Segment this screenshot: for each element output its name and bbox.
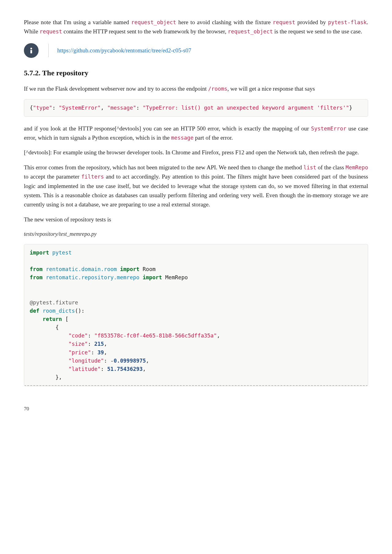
inline-code: /rooms	[208, 86, 228, 92]
code-caption: tests/repository/test_memrepo.py	[24, 230, 368, 239]
paragraph: This error comes from the repository, wh…	[24, 163, 368, 209]
text: and if you look at the HTTP response[^de…	[24, 125, 311, 132]
inline-code: request_object	[131, 19, 176, 25]
paragraph: and if you look at the HTTP response[^de…	[24, 124, 368, 143]
text: to accept the parameter	[24, 173, 81, 180]
text: contains the HTTP request sent to the we…	[62, 28, 228, 35]
text: If we run the Flask development webserve…	[24, 85, 208, 92]
page-number: 70	[24, 405, 368, 413]
text: This error comes from the repository, wh…	[24, 164, 303, 171]
code-block-json-error: {"type": "SystemError", "message": "Type…	[24, 99, 368, 117]
text: , we will get a nice response that says	[228, 85, 315, 92]
text: part of the error.	[194, 134, 233, 141]
paragraph: If we run the Flask development webserve…	[24, 84, 368, 93]
svg-rect-1	[30, 50, 32, 53]
inline-code: list	[303, 164, 316, 171]
code-listing-memrepo-tests: import pytest from rentomatic.domain.roo…	[24, 244, 368, 386]
inline-code: request	[273, 19, 295, 25]
paragraph-intro: Please note that I'm using a variable na…	[24, 18, 368, 36]
divider	[48, 44, 49, 57]
svg-point-0	[30, 48, 32, 50]
inline-code: MemRepo	[345, 164, 368, 171]
inline-code: SystemError	[311, 126, 346, 132]
text: is the request we send to the use case.	[273, 28, 362, 35]
text: here to avoid clashing with the fixture	[176, 19, 273, 25]
info-icon	[24, 43, 39, 58]
inline-code: request	[40, 28, 62, 35]
section-heading: 5.7.2. The repository	[24, 67, 368, 79]
text: of the class	[316, 164, 346, 171]
github-link[interactable]: https://github.com/pycabook/rentomatic/t…	[57, 46, 191, 55]
inline-code: message	[171, 135, 194, 141]
paragraph-footnote: [^devtools]: For example using the brows…	[24, 148, 368, 157]
inline-code: request_object	[228, 28, 273, 35]
text: provided by	[295, 19, 328, 25]
paragraph: The new version of repository tests is	[24, 215, 368, 224]
text: Please note that I'm using a variable na…	[24, 19, 131, 25]
info-callout: https://github.com/pycabook/rentomatic/t…	[24, 43, 368, 58]
inline-code: filters	[81, 174, 104, 180]
inline-code: pytest-flask	[328, 19, 367, 25]
